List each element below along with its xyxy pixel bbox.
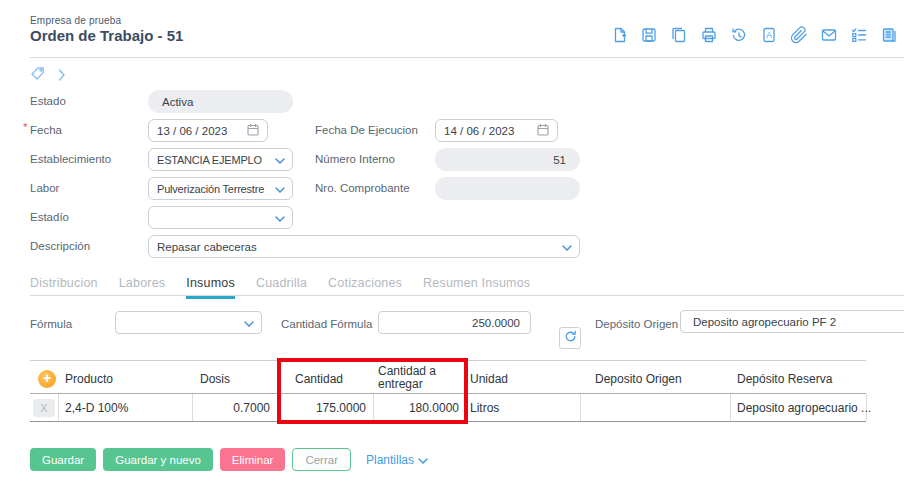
cell-divider xyxy=(580,394,581,421)
templates-label: Plantillas xyxy=(366,453,414,467)
footer-actions: Guardar Guardar y nuevo Eliminar Cerrar … xyxy=(30,448,428,471)
cell-cantidad-a-entregar[interactable]: 180.0000 xyxy=(373,401,459,415)
labor-select[interactable]: Pulverización Terrestre xyxy=(148,177,293,200)
cantidad-formula-label: Cantidad Fórmula xyxy=(281,318,372,330)
cell-unidad[interactable]: Litros xyxy=(470,401,499,415)
cantidad-formula-value: 250.0000 xyxy=(472,317,520,329)
col-header-cantidad: Cantidad xyxy=(295,372,343,386)
copy-icon[interactable] xyxy=(670,26,688,44)
estado-field: Activa xyxy=(148,90,293,113)
cell-divider xyxy=(58,394,59,421)
company-name: Empresa de prueba xyxy=(30,15,121,26)
numero-interno-label: Número Interno xyxy=(315,153,395,165)
work-order-window: Empresa de prueba Orden de Trabajo - 51 … xyxy=(0,0,904,503)
table-header-divider xyxy=(30,393,866,394)
establecimiento-value: ESTANCIA EJEMPLO xyxy=(157,154,262,166)
estado-value: Activa xyxy=(162,96,193,108)
report-icon[interactable] xyxy=(880,26,898,44)
chevron-down-icon xyxy=(244,317,254,329)
add-row-button[interactable]: + xyxy=(38,370,56,388)
formula-select[interactable] xyxy=(115,311,262,334)
document-template-icon[interactable]: A xyxy=(760,26,778,44)
col-header-deposito-reserva: Depósito Reserva xyxy=(737,372,832,386)
attachment-icon[interactable] xyxy=(790,26,808,44)
required-marker: * xyxy=(23,121,27,133)
col-header-deposito-origen: Deposito Origen xyxy=(595,372,682,386)
establecimiento-select[interactable]: ESTANCIA EJEMPLO xyxy=(148,148,293,171)
labor-value: Pulverización Terrestre xyxy=(157,183,264,195)
delete-button[interactable]: Eliminar xyxy=(220,448,286,471)
table-top-border xyxy=(30,360,866,361)
establecimiento-label: Establecimiento xyxy=(30,153,111,165)
history-icon[interactable] xyxy=(730,26,748,44)
cell-divider xyxy=(466,394,467,421)
deposito-origen-select[interactable]: Deposito agropecuario PF 2 xyxy=(680,310,904,333)
chevron-down-icon xyxy=(562,241,572,253)
table-bottom-border xyxy=(30,421,866,422)
page-title: Orden de Trabajo - 51 xyxy=(30,27,183,44)
fecha-ejecucion-label: Fecha De Ejecucion xyxy=(315,124,418,136)
nro-comprobante-field xyxy=(435,177,580,200)
labor-label: Labor xyxy=(30,182,59,194)
tabs-divider xyxy=(30,295,904,296)
fecha-ejecucion-value: 14 / 06 / 2023 xyxy=(444,125,514,137)
cell-divider xyxy=(730,394,731,421)
col-header-cantidad-a-entregar: Cantidad a entregar xyxy=(378,365,440,391)
estadio-select[interactable] xyxy=(148,206,293,229)
descripcion-value: Repasar cabeceras xyxy=(157,241,257,253)
calendar-icon[interactable] xyxy=(247,123,259,138)
new-document-icon[interactable] xyxy=(610,26,628,44)
col-header-unidad: Unidad xyxy=(470,372,508,386)
toolbar: A xyxy=(610,26,898,44)
fecha-label: Fecha xyxy=(30,124,62,136)
chevron-down-icon xyxy=(418,453,428,467)
save-and-new-button[interactable]: Guardar y nuevo xyxy=(103,448,213,471)
cell-producto[interactable]: 2,4-D 100% xyxy=(65,401,128,415)
save-button[interactable]: Guardar xyxy=(30,448,96,471)
cell-deposito-reserva[interactable]: Deposito agropecuario ... xyxy=(737,401,871,415)
save-icon[interactable] xyxy=(640,26,658,44)
tag-icon[interactable] xyxy=(30,66,45,85)
col-header-producto: Producto xyxy=(65,372,113,386)
refresh-icon xyxy=(564,329,577,347)
print-icon[interactable] xyxy=(700,26,718,44)
calendar-icon[interactable] xyxy=(537,123,549,138)
cantidad-formula-input[interactable]: 250.0000 xyxy=(378,311,531,334)
checklist-icon[interactable] xyxy=(850,26,868,44)
svg-text:A: A xyxy=(766,30,772,40)
formula-label: Fórmula xyxy=(30,318,72,330)
chevron-right-icon[interactable] xyxy=(58,67,66,85)
chevron-down-icon xyxy=(275,183,285,195)
chevron-down-icon xyxy=(275,212,285,224)
estado-label: Estado xyxy=(30,95,66,107)
close-button[interactable]: Cerrar xyxy=(292,448,351,471)
tag-row xyxy=(30,66,66,85)
chevron-down-icon xyxy=(275,154,285,166)
numero-interno-field: 51 xyxy=(435,148,580,171)
header-divider xyxy=(30,57,904,58)
deposito-origen-value: Deposito agropecuario PF 2 xyxy=(693,316,836,328)
fecha-ejecucion-input[interactable]: 14 / 06 / 2023 xyxy=(435,119,558,142)
cell-dosis[interactable]: 0.7000 xyxy=(192,401,270,415)
col-header-dosis: Dosis xyxy=(200,372,230,386)
deposito-origen-label: Depósito Origen xyxy=(595,318,678,330)
descripcion-input[interactable]: Repasar cabeceras xyxy=(148,235,580,258)
fecha-input[interactable]: 13 / 06 / 2023 xyxy=(148,119,268,142)
refresh-button[interactable] xyxy=(559,327,581,349)
email-icon[interactable] xyxy=(820,26,838,44)
descripcion-label: Descripción xyxy=(30,240,90,252)
numero-interno-value: 51 xyxy=(553,154,566,166)
fecha-value: 13 / 06 / 2023 xyxy=(157,125,227,137)
nro-comprobante-label: Nro. Comprobante xyxy=(315,182,410,194)
cell-cantidad[interactable]: 175.0000 xyxy=(277,401,366,415)
delete-row-button[interactable]: X xyxy=(33,399,55,417)
estadio-label: Estadío xyxy=(30,211,69,223)
templates-link[interactable]: Plantillas xyxy=(366,453,428,467)
